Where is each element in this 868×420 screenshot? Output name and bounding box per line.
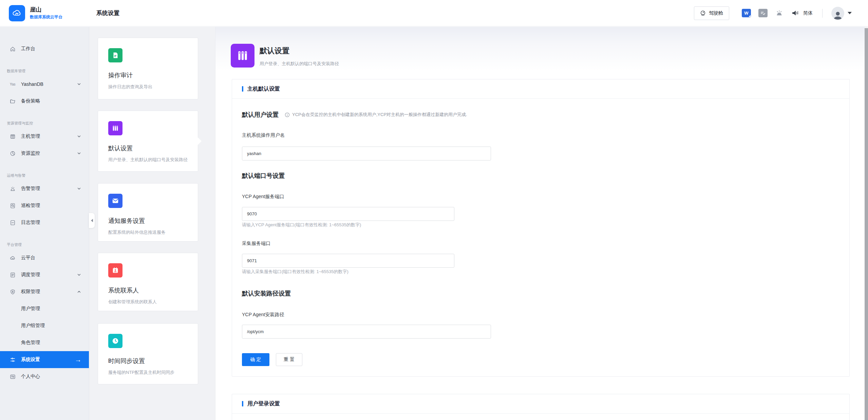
chevron-down-icon: [77, 134, 81, 139]
settings-card-contacts[interactable]: 系统联系人 创建和管理系统的联系人: [98, 253, 198, 311]
sidebar-item-backup[interactable]: 备份策略: [0, 93, 89, 110]
settings-card-notification[interactable]: 通知服务设置 配置系统的站外信息推送服务: [98, 183, 198, 242]
document-icon: [10, 220, 16, 226]
avatar[interactable]: [831, 7, 844, 20]
chevron-left-icon: [91, 219, 93, 222]
sidebar-item-cloud[interactable]: 云平台: [0, 249, 89, 266]
sidebar-collapse-handle[interactable]: [89, 213, 95, 228]
agent-port-input[interactable]: [242, 207, 454, 221]
sidebar-item-label: 告警管理: [21, 186, 40, 192]
sidebar-item-label: 用户管理: [21, 306, 40, 312]
home-icon: [10, 46, 16, 52]
section-title: 用户登录设置: [247, 400, 280, 407]
language-switch[interactable]: 简体: [803, 10, 813, 16]
settings-card-audit[interactable]: 操作审计 操作日志的查询及导出: [98, 38, 198, 99]
sidebar-item-label: 工作台: [21, 46, 35, 52]
sidebar: 工作台 数据库管理 Yas YashanDB 备份策略 资源管理与监控: [0, 27, 89, 420]
collect-port-input[interactable]: [242, 254, 454, 268]
sidebar-item-label: 备份策略: [21, 98, 40, 104]
group-hint-text: YCP会在受监控的主机中创建新的系统用户,YCP对主机的一般操作都通过新建的用户…: [292, 112, 467, 118]
brand-text: 崖山 数据库系统云平台: [30, 6, 62, 20]
sidebar-item-permission[interactable]: 权限管理: [0, 283, 89, 300]
chevron-down-icon[interactable]: [848, 12, 852, 14]
sidebar-item-label: YashanDB: [21, 81, 43, 87]
doc-list-icon: [10, 272, 16, 278]
group-heading-path: 默认安装路径设置: [242, 289, 291, 298]
sidebar-item-role-mgmt[interactable]: 角色管理: [0, 334, 89, 351]
sidebar-item-host[interactable]: 主机管理: [0, 128, 89, 145]
chevron-down-icon: [77, 186, 81, 191]
card-description: 配置系统的站外信息推送服务: [108, 229, 188, 236]
mail-icon: [108, 194, 122, 208]
reset-button[interactable]: 重 置: [276, 353, 302, 366]
chevron-down-icon: [77, 272, 81, 277]
folder-icon: [10, 98, 16, 104]
checklist-icon[interactable]: [758, 9, 768, 17]
username-input[interactable]: [242, 147, 491, 160]
agent-port-label: YCP Agent服务端口: [242, 194, 284, 200]
group-heading-user: 默认用户设置 YCP会在受监控的主机中创建新的系统用户,YCP对主机的一般操作都…: [242, 111, 467, 119]
card-title: 操作审计: [108, 71, 188, 79]
chevron-up-icon: [77, 289, 81, 294]
user-login-settings-card: 用户登录设置: [232, 394, 850, 420]
install-path-label: YCP Agent安装路径: [242, 312, 284, 318]
card-title: 时间同步设置: [108, 357, 188, 365]
sidebar-item-log[interactable]: 日志管理: [0, 214, 89, 231]
sidebar-item-system-settings[interactable]: 系统设置 →: [0, 351, 89, 368]
section-header: 用户登录设置: [232, 394, 849, 414]
sidebar-item-label: 系统设置: [21, 357, 40, 363]
install-path-input[interactable]: [242, 325, 491, 339]
settings-card-default[interactable]: 默认设置 用户登录、主机默认的端口号及安装路径: [98, 111, 198, 172]
section-title: 主机默认设置: [247, 85, 280, 93]
group-heading-text: 默认用户设置: [242, 111, 279, 119]
sidebar-item-monitor[interactable]: 资源监控: [0, 145, 89, 162]
settings-card-timesync[interactable]: 时间同步设置 服务端的NTP配置及主机时间同步: [98, 323, 198, 384]
sidebar-item-label: 权限管理: [21, 289, 40, 295]
sidebar-item-yashandb[interactable]: Yas YashanDB: [0, 76, 89, 93]
sidebar-item-label: 主机管理: [21, 133, 40, 139]
content-title: 默认设置: [260, 46, 289, 56]
card-description: 服务端的NTP配置及主机时间同步: [108, 369, 188, 376]
word-doc-icon[interactable]: W: [742, 9, 751, 17]
sidebar-item-schedule[interactable]: 调度管理: [0, 266, 89, 283]
brand-subtitle: 数据库系统云平台: [30, 14, 62, 20]
main-content: 默认设置 用户登录、主机默认的端口号及安装路径 主机默认设置 默认用户设置 YC…: [215, 27, 868, 420]
contact-icon: [108, 263, 122, 278]
server-cabinet-icon: [108, 121, 122, 135]
page-header-icon: [231, 44, 254, 68]
cockpit-button[interactable]: 驾驶舱: [694, 6, 729, 20]
id-card-icon: [10, 374, 16, 380]
scrollbar-thumb[interactable]: [865, 28, 868, 420]
sidebar-item-usergroup-mgmt[interactable]: 用户组管理: [0, 317, 89, 334]
host-default-settings-card: 主机默认设置 默认用户设置 YCP会在受监控的主机中创建新的系统用户,YCP对主…: [232, 79, 850, 377]
sidebar-item-user-mgmt[interactable]: 用户管理: [0, 300, 89, 317]
sidebar-item-inspection[interactable]: 巡检管理: [0, 197, 89, 214]
card-title: 通知服务设置: [108, 217, 188, 225]
section-accent-bar: [242, 401, 243, 406]
form-actions: 确 定 重 置: [242, 353, 302, 366]
sidebar-item-workbench[interactable]: 工作台: [0, 40, 89, 57]
card-title: 默认设置: [108, 144, 188, 152]
cockpit-button-label: 驾驶舱: [709, 10, 723, 16]
sidebar-item-alert[interactable]: 告警管理: [0, 180, 89, 197]
header-divider: [822, 9, 823, 18]
group-heading-text: 默认安装路径设置: [242, 289, 291, 298]
alarm-siren-icon[interactable]: [775, 9, 784, 17]
gauge-icon: [700, 10, 706, 16]
sidebar-item-personal[interactable]: 个人中心: [0, 368, 89, 385]
sidebar-section-db: 数据库管理: [0, 66, 89, 76]
sidebar-item-label: 云平台: [21, 255, 35, 261]
yashandb-icon: Yas: [10, 82, 16, 86]
info-icon: [285, 112, 290, 117]
shield-icon: [10, 289, 16, 295]
username-label: 主机系统操作用户名: [242, 132, 285, 138]
word-doc-fold: [749, 15, 751, 17]
confirm-button[interactable]: 确 定: [242, 353, 269, 366]
siren-icon: [10, 186, 16, 192]
brand-logo[interactable]: [9, 5, 25, 21]
vertical-scrollbar[interactable]: [865, 27, 868, 420]
server-icon: [10, 134, 16, 139]
body-row: 工作台 数据库管理 Yas YashanDB 备份策略 资源管理与监控: [0, 27, 868, 420]
collect-port-help: 请输入采集服务端口(端口有效性检测: 1~65535的数字): [242, 269, 348, 275]
speaker-icon[interactable]: [791, 9, 799, 17]
